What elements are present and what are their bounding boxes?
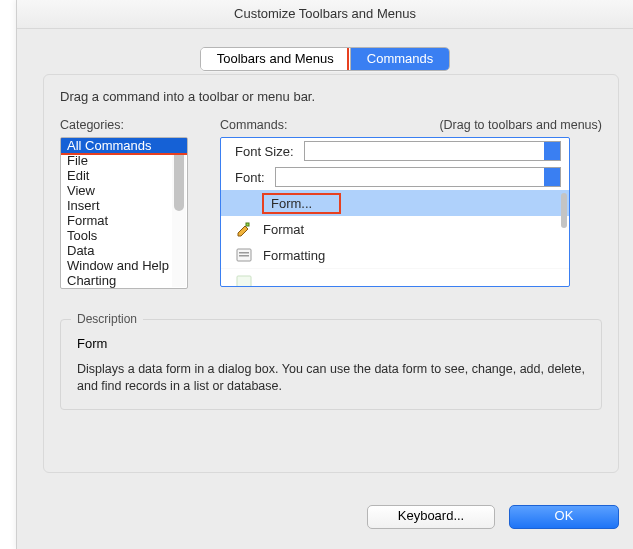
font-size-label: Font Size: bbox=[235, 144, 294, 159]
commands-column: Commands: (Drag to toolbars and menus) F… bbox=[220, 118, 602, 287]
description-box: Description Form Displays a data form in… bbox=[60, 319, 602, 410]
command-form-label: Form... bbox=[263, 194, 340, 213]
command-cutoff[interactable] bbox=[221, 268, 569, 287]
category-data[interactable]: Data bbox=[61, 243, 187, 258]
categories-label: Categories: bbox=[60, 118, 188, 132]
categories-scrollbar[interactable] bbox=[172, 139, 186, 287]
font-select[interactable] bbox=[275, 167, 561, 187]
drag-hint: (Drag to toolbars and menus) bbox=[439, 118, 602, 132]
dialog-title: Customize Toolbars and Menus bbox=[17, 0, 633, 29]
font-size-select[interactable] bbox=[304, 141, 561, 161]
categories-column: Categories: All Commands File Edit View … bbox=[60, 118, 188, 289]
format-icon bbox=[235, 220, 253, 238]
description-title: Description bbox=[71, 312, 143, 326]
form-icon bbox=[235, 194, 253, 212]
ok-button[interactable]: OK bbox=[509, 505, 619, 529]
category-charting[interactable]: Charting bbox=[61, 273, 187, 288]
svg-rect-2 bbox=[239, 252, 249, 254]
commands-scroll-thumb[interactable] bbox=[561, 193, 567, 228]
keyboard-button[interactable]: Keyboard... bbox=[367, 505, 495, 529]
font-label: Font: bbox=[235, 170, 265, 185]
command-form[interactable]: Form... bbox=[221, 190, 569, 216]
command-font-size[interactable]: Font Size: bbox=[221, 138, 569, 164]
svg-rect-4 bbox=[237, 276, 251, 287]
description-text: Displays a data form in a dialog box. Yo… bbox=[77, 361, 585, 395]
tab-toolbars-and-menus[interactable]: Toolbars and Menus bbox=[201, 48, 350, 70]
svg-rect-0 bbox=[246, 223, 249, 226]
category-window-and-help[interactable]: Window and Help bbox=[61, 258, 187, 273]
command-format[interactable]: Format bbox=[221, 216, 569, 242]
instruction-text: Drag a command into a toolbar or menu ba… bbox=[60, 89, 602, 104]
category-all-commands[interactable]: All Commands bbox=[61, 138, 187, 153]
category-tools[interactable]: Tools bbox=[61, 228, 187, 243]
command-format-label: Format bbox=[263, 222, 304, 237]
category-file[interactable]: File bbox=[61, 153, 187, 168]
formula-icon bbox=[235, 273, 253, 287]
category-format[interactable]: Format bbox=[61, 213, 187, 228]
svg-rect-3 bbox=[239, 255, 249, 257]
commands-label: Commands: bbox=[220, 118, 287, 132]
description-name: Form bbox=[77, 336, 585, 351]
category-edit[interactable]: Edit bbox=[61, 168, 187, 183]
command-formatting-label: Formatting bbox=[263, 248, 325, 263]
formatting-icon bbox=[235, 246, 253, 264]
category-view[interactable]: View bbox=[61, 183, 187, 198]
tab-group: Toolbars and Menus Commands bbox=[17, 47, 633, 71]
command-font[interactable]: Font: bbox=[221, 164, 569, 190]
customize-dialog: Customize Toolbars and Menus Toolbars an… bbox=[16, 0, 633, 549]
category-insert[interactable]: Insert bbox=[61, 198, 187, 213]
command-formatting[interactable]: Formatting bbox=[221, 242, 569, 268]
commands-list[interactable]: Font Size: Font: Form... bbox=[220, 137, 570, 287]
categories-list[interactable]: All Commands File Edit View Insert Forma… bbox=[60, 137, 188, 289]
commands-scrollbar[interactable] bbox=[560, 139, 568, 285]
tab-commands[interactable]: Commands bbox=[350, 48, 449, 70]
dialog-footer: Keyboard... OK bbox=[367, 505, 619, 529]
main-panel: Drag a command into a toolbar or menu ba… bbox=[43, 74, 619, 473]
